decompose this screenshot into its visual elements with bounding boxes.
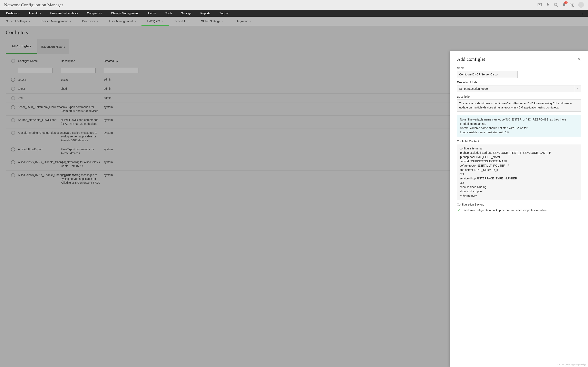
- chevron-down-icon: ▾: [189, 20, 190, 22]
- nav-settings[interactable]: Settings: [177, 10, 196, 17]
- subnav-global-settings[interactable]: Global Settings▾: [195, 17, 229, 26]
- avatar[interactable]: [578, 2, 584, 8]
- subnav-general-settings[interactable]: General Settings▾: [0, 17, 36, 26]
- rocket-icon[interactable]: [545, 3, 550, 7]
- main-nav: Dashboard Inventory Firmware Vulnerabili…: [0, 10, 588, 17]
- nav-firmware[interactable]: Firmware Vulnerability: [45, 10, 82, 17]
- svg-line-3: [557, 6, 558, 7]
- nav-inventory[interactable]: Inventory: [25, 10, 45, 17]
- nav-compliance[interactable]: Compliance: [82, 10, 107, 17]
- chevron-down-icon: ▾: [29, 20, 30, 22]
- app-header: Network Configuration Manager 2: [0, 0, 588, 10]
- svg-marker-1: [539, 4, 540, 5]
- subnav-user-mgmt[interactable]: User Management▾: [104, 17, 141, 26]
- backup-label: Configuration Backup: [457, 203, 581, 206]
- chevron-down-icon: ▾: [135, 20, 136, 22]
- note-line: Normal variable name should not start wi…: [460, 126, 578, 130]
- nav-reports[interactable]: Reports: [196, 10, 215, 17]
- nav-tools[interactable]: Tools: [161, 10, 177, 17]
- nav-alarms[interactable]: Alarms: [143, 10, 161, 17]
- note-line: Note :The variable name cannot be 'NO_EN…: [460, 117, 578, 126]
- chevron-down-icon: ▾: [222, 20, 223, 22]
- content-textarea[interactable]: configure terminal ip dhcp excluded-addr…: [457, 144, 581, 200]
- backup-checkbox-label: Perform configuration backup before and …: [463, 209, 546, 212]
- header-icons: 2: [537, 2, 584, 8]
- desc-textarea[interactable]: This article is about how to configure C…: [457, 100, 581, 111]
- chevron-down-icon: ▾: [250, 20, 251, 22]
- watermark: CSDN @ManageEngine卓豪: [558, 363, 586, 366]
- name-label: Name: [457, 67, 581, 70]
- subnav-discovery[interactable]: Discovery▾: [77, 17, 104, 26]
- add-configlet-drawer: Add Configlet ✕ Name Execution Mode Scri…: [450, 51, 588, 367]
- chevron-down-icon: ▾: [575, 85, 581, 92]
- close-icon[interactable]: ✕: [577, 57, 581, 62]
- subnav-schedule[interactable]: Schedule▾: [169, 17, 195, 26]
- mode-select[interactable]: Script Execution Mode ▾: [457, 85, 581, 92]
- gear-icon[interactable]: [570, 3, 575, 7]
- presentation-icon[interactable]: [537, 3, 542, 7]
- app-title: Network Configuration Manager: [4, 2, 63, 8]
- bell-icon[interactable]: 2: [562, 3, 566, 7]
- note-box: Note :The variable name cannot be 'NO_EN…: [457, 115, 581, 137]
- chevron-down-icon: ▾: [162, 20, 163, 22]
- notification-badge: 2: [564, 1, 568, 4]
- nav-change-mgmt[interactable]: Change Management: [107, 10, 143, 17]
- nav-more-icon[interactable]: ⋮: [578, 11, 586, 16]
- desc-label: Description: [457, 95, 581, 98]
- drawer-title: Add Configlet: [457, 57, 485, 62]
- search-icon[interactable]: [554, 3, 558, 7]
- subnav-integration[interactable]: Integration▾: [229, 17, 257, 26]
- chevron-down-icon: ▾: [97, 20, 98, 22]
- nav-support[interactable]: Support: [215, 10, 234, 17]
- mode-value: Script Execution Mode: [459, 87, 488, 90]
- sub-nav: General Settings▾ Device Management▾ Dis…: [0, 17, 588, 26]
- subnav-configlets[interactable]: Configlets▾: [141, 17, 169, 26]
- note-line: Loop variable name must start with 'LV'.: [460, 130, 578, 134]
- backup-checkbox[interactable]: ✓: [457, 208, 461, 212]
- name-input[interactable]: [457, 71, 518, 78]
- content-label: Configlet Content: [457, 140, 581, 143]
- nav-dashboard[interactable]: Dashboard: [2, 10, 25, 17]
- chevron-down-icon: ▾: [70, 20, 71, 22]
- svg-point-2: [554, 3, 557, 6]
- mode-label: Execution Mode: [457, 81, 581, 84]
- subnav-device-mgmt[interactable]: Device Management▾: [36, 17, 76, 26]
